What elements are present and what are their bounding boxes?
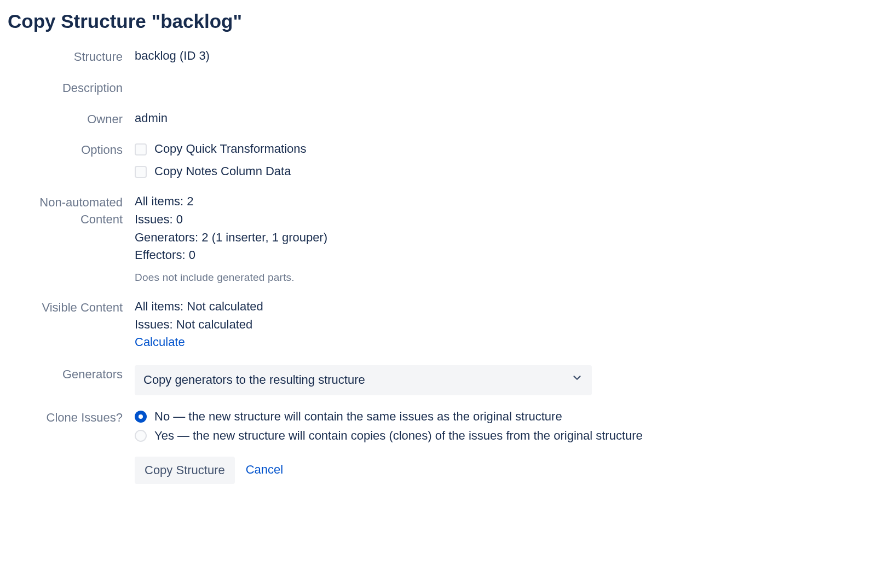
nac-generators: Generators: 2 (1 inserter, 1 grouper) — [135, 229, 868, 246]
copy-structure-button[interactable]: Copy Structure — [135, 457, 235, 484]
generators-label: Generators — [8, 365, 135, 383]
clone-issues-no-label: No — the new structure will contain the … — [154, 408, 562, 425]
chevron-down-icon — [571, 372, 583, 389]
clone-issues-yes-label: Yes — the new structure will contain cop… — [154, 428, 643, 445]
owner-label: Owner — [8, 110, 135, 128]
structure-label: Structure — [8, 48, 135, 66]
copy-notes-column-data-label: Copy Notes Column Data — [154, 163, 291, 180]
clone-issues-no-radio[interactable] — [135, 411, 147, 423]
clone-issues-label: Clone Issues? — [8, 408, 135, 426]
non-automated-content-label: Non-automated Content — [8, 193, 135, 228]
owner-value: admin — [135, 110, 868, 127]
structure-value: backlog (ID 3) — [135, 48, 868, 65]
nac-all-items: All items: 2 — [135, 193, 868, 210]
copy-notes-column-data-checkbox[interactable] — [135, 166, 147, 178]
vc-all-items: All items: Not calculated — [135, 298, 868, 315]
nac-hint: Does not include generated parts. — [135, 270, 868, 285]
clone-issues-yes-radio[interactable] — [135, 430, 147, 442]
vc-issues: Issues: Not calculated — [135, 316, 868, 333]
cancel-button[interactable]: Cancel — [246, 462, 283, 479]
description-label: Description — [8, 79, 135, 97]
nac-issues: Issues: 0 — [135, 211, 868, 228]
generators-selected-value: Copy generators to the resulting structu… — [143, 372, 365, 389]
calculate-link[interactable]: Calculate — [135, 334, 868, 351]
page-title: Copy Structure "backlog" — [8, 8, 868, 34]
visible-content-label: Visible Content — [8, 298, 135, 316]
copy-quick-transformations-label: Copy Quick Transformations — [154, 141, 307, 158]
nac-effectors: Effectors: 0 — [135, 247, 868, 264]
copy-quick-transformations-checkbox[interactable] — [135, 143, 147, 155]
options-label: Options — [8, 141, 135, 159]
generators-select[interactable]: Copy generators to the resulting structu… — [135, 365, 592, 395]
